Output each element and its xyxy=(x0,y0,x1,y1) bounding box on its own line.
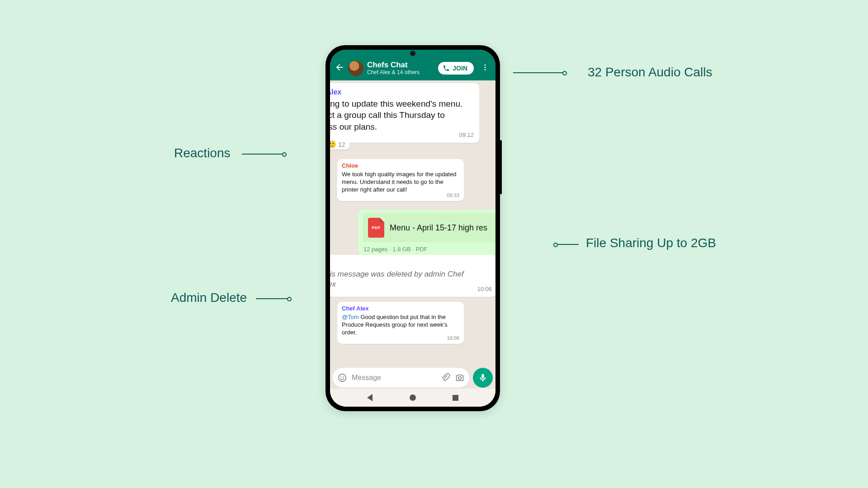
callout-file-sharing: File Sharing Up to 2GB xyxy=(586,236,716,250)
message-body: @Tom Good question but put that in the P… xyxy=(342,314,459,341)
mic-button[interactable] xyxy=(473,368,493,388)
svg-point-0 xyxy=(485,64,486,66)
join-call-button[interactable]: JOIN xyxy=(438,62,474,75)
svg-point-4 xyxy=(340,376,341,377)
callout-admin-delete: Admin Delete xyxy=(171,291,247,305)
svg-point-6 xyxy=(458,377,461,380)
chat-avatar[interactable] xyxy=(348,61,363,76)
chat-titles[interactable]: Chefs Chat Chef Alex & 14 others xyxy=(367,61,434,76)
chat-body[interactable]: Chef Alex Working to update this weekend… xyxy=(330,80,495,407)
pdf-icon xyxy=(368,218,384,238)
message-chef-alex-2[interactable]: Chef Alex @Tom Good question but put tha… xyxy=(337,302,464,344)
message-composer[interactable]: Message xyxy=(333,368,469,388)
message-time: 10:06 xyxy=(447,335,459,341)
nav-home-icon[interactable] xyxy=(410,394,416,401)
message-sender: Tom xyxy=(330,258,491,267)
reaction-smile: 🙂 xyxy=(330,140,336,149)
file-attachment[interactable]: Menu - April 15-17 high res xyxy=(363,213,495,242)
message-time: 09:12 xyxy=(459,131,474,139)
file-name: Menu - April 15-17 high res xyxy=(390,223,487,233)
svg-point-1 xyxy=(485,67,486,68)
file-meta: 12 pages · 1.8 GB · PDF xyxy=(363,246,495,253)
phone-frame: Chefs Chat Chef Alex & 14 others JOIN Ch… xyxy=(326,45,500,411)
reaction-count: 12 xyxy=(338,141,345,148)
message-sender: Chef Alex xyxy=(330,88,474,97)
phone-icon xyxy=(443,65,450,72)
emoji-icon[interactable] xyxy=(337,373,347,383)
more-menu-button[interactable] xyxy=(477,63,491,73)
message-chloe[interactable]: Chloe We took high quality images for th… xyxy=(337,159,464,201)
message-chef-alex-1[interactable]: Chef Alex Working to update this weekend… xyxy=(330,83,479,143)
svg-point-3 xyxy=(339,374,346,382)
message-time: 10:06 xyxy=(477,286,492,293)
chat-title: Chefs Chat xyxy=(367,61,434,70)
message-reactions[interactable]: 👍 🙏 🙂 12 xyxy=(330,139,350,150)
back-button[interactable] xyxy=(335,62,344,74)
callout-audio-calls: 32 Person Audio Calls xyxy=(588,65,712,80)
nav-back-icon[interactable] xyxy=(367,394,373,401)
deleted-text: This message was deleted by admin Chef A… xyxy=(330,269,491,290)
message-mention: @Tom xyxy=(342,314,359,320)
leader-admin-delete xyxy=(256,298,290,299)
message-tom-deleted[interactable]: Tom This message was deleted by admin Ch… xyxy=(330,255,495,297)
message-body: We took high quality images for the upda… xyxy=(342,171,459,198)
kebab-icon xyxy=(481,63,489,71)
svg-point-5 xyxy=(343,376,344,377)
leader-audio-calls xyxy=(513,72,565,73)
message-sender: Chloe xyxy=(342,162,459,170)
leader-file-sharing xyxy=(555,244,579,245)
composer-placeholder: Message xyxy=(352,374,436,382)
leader-reactions xyxy=(242,154,285,155)
camera-icon[interactable] xyxy=(455,373,465,383)
message-time: 09:33 xyxy=(447,192,459,198)
nav-recents-icon[interactable] xyxy=(453,395,458,401)
message-outgoing-file[interactable]: Menu - April 15-17 high res 12 pages · 1… xyxy=(358,210,495,256)
android-navbar xyxy=(330,389,495,407)
phone-camera-dot xyxy=(410,51,415,56)
mic-icon xyxy=(478,373,488,383)
chat-subtitle: Chef Alex & 14 others xyxy=(367,69,434,75)
svg-point-2 xyxy=(485,69,486,70)
message-sender: Chef Alex xyxy=(342,305,459,313)
callout-reactions: Reactions xyxy=(174,146,231,160)
join-label: JOIN xyxy=(453,65,467,72)
composer-row: Message xyxy=(333,368,493,388)
phone-screen: Chefs Chat Chef Alex & 14 others JOIN Ch… xyxy=(330,50,495,407)
arrow-left-icon xyxy=(335,62,344,72)
attach-icon[interactable] xyxy=(440,373,450,383)
message-body: Working to update this weekend's menu. E… xyxy=(330,98,474,136)
